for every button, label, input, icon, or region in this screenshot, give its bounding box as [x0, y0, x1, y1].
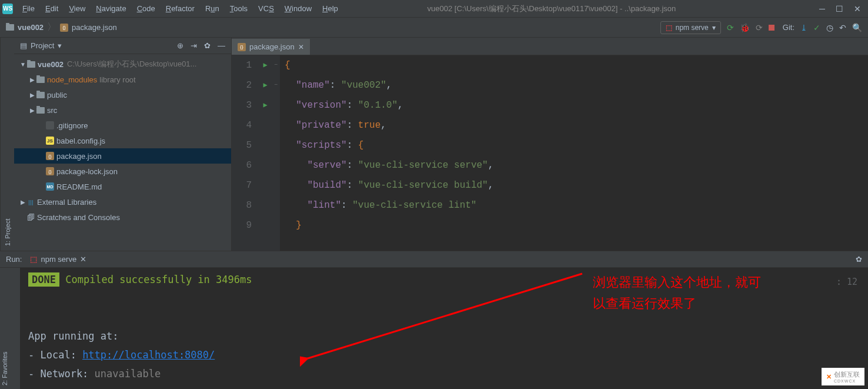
chevron-down-icon: ▾	[712, 24, 716, 32]
breadcrumb: vue002 〉 {} package.json	[6, 21, 117, 34]
run-config-label: npm serve	[676, 24, 709, 32]
tree-package-json[interactable]: {} package.json	[14, 148, 231, 164]
stop-button[interactable]	[769, 23, 774, 32]
tree-readme[interactable]: MD README.md	[14, 179, 231, 194]
minimize-button[interactable]: ─	[819, 4, 825, 14]
scratches-icon: 🗐	[27, 213, 35, 222]
editor-tabs: {} package.json ✕	[232, 38, 868, 55]
close-tab-icon[interactable]: ✕	[298, 43, 304, 51]
app-running-line: App running at:	[28, 327, 860, 345]
project-tree[interactable]: ▼ vue002 C:\Users\编程小石头\Desktop\vue01...…	[14, 54, 231, 251]
locate-icon[interactable]: ⊕	[177, 41, 183, 50]
run-gutter: ▶▶▶	[259, 55, 272, 251]
run-tab-npm-serve[interactable]: ⬚ npm serve ✕	[30, 255, 86, 264]
json-icon: {}	[238, 43, 246, 51]
chevron-down-icon[interactable]: ▾	[58, 41, 62, 50]
tree-public[interactable]: ▶ public	[14, 87, 231, 102]
menu-run[interactable]: Run	[201, 2, 224, 15]
run-header: Run: ⬚ npm serve ✕ ✿	[0, 251, 868, 268]
npm-icon: ⬚	[30, 255, 37, 264]
tree-src[interactable]: ▶ src	[14, 102, 231, 118]
file-icon	[46, 121, 54, 129]
watermark-sub: CDXWCX	[834, 379, 860, 383]
library-icon: ⫼	[27, 198, 35, 207]
git-history-button[interactable]: ◷	[826, 23, 833, 32]
git-update-button[interactable]: ⤓	[800, 23, 807, 32]
tree-external-libs[interactable]: ▶ ⫼ External Libraries	[14, 194, 231, 210]
tree-babel-config[interactable]: JS babel.config.js	[14, 133, 231, 148]
project-panel: ▤ Project ▾ ⊕ ⇥ ✿ — ▼ vue002 C:\Users\编程…	[14, 38, 232, 251]
tree-gitignore[interactable]: .gitignore	[14, 118, 231, 133]
tree-item-label: README.md	[56, 182, 102, 191]
menu-navigate[interactable]: Navigate	[91, 2, 131, 15]
watermark: ✕ 创新互联 CDXWCX	[822, 368, 864, 385]
app-icon: WS	[2, 4, 13, 14]
breadcrumb-project[interactable]: vue002	[18, 23, 44, 32]
debug-button[interactable]: 🐞	[740, 23, 750, 32]
md-icon: MD	[46, 182, 54, 191]
close-button[interactable]: ✕	[854, 4, 861, 14]
tree-package-lock[interactable]: {} package-lock.json	[14, 164, 231, 179]
tree-node-modules[interactable]: ▶ node_modules library root	[14, 72, 231, 87]
collapse-icon[interactable]: ⇥	[191, 41, 197, 50]
project-panel-title[interactable]: Project	[31, 41, 54, 50]
menu-file[interactable]: File	[18, 2, 39, 15]
search-everywhere-button[interactable]: 🔍	[852, 23, 862, 32]
left-tool-gutter: 1: Project	[0, 38, 14, 251]
editor-body[interactable]: 123456789 ▶▶▶ −− { "name": "vue002", "ve…	[232, 55, 868, 251]
folder-icon	[36, 107, 45, 114]
run-title: Run:	[6, 255, 22, 264]
tree-item-suffix: library root	[99, 75, 135, 84]
menu-code[interactable]: Code	[132, 2, 160, 15]
network-value: unavailable	[95, 368, 161, 380]
menu-help[interactable]: Help	[318, 2, 343, 15]
menu-view[interactable]: View	[64, 2, 90, 15]
coverage-button[interactable]: ⟳	[756, 23, 763, 32]
folder-icon	[6, 24, 14, 31]
annotation-text: 浏览器里输入这个地址，就可 以查看运行效果了	[593, 272, 852, 314]
hide-icon[interactable]: —	[218, 41, 225, 50]
toolbar-right: ⬚ npm serve ▾ ⟳ 🐞 ⟳ Git: ⤓ ✓ ◷ ↶ 🔍	[660, 21, 862, 34]
project-tool-button[interactable]: 1: Project	[4, 219, 11, 246]
run-config-selector[interactable]: ⬚ npm serve ▾	[660, 21, 721, 34]
window-controls: ─ ☐ ✕	[819, 4, 861, 14]
tree-scratches[interactable]: 🗐 Scratches and Consoles	[14, 210, 231, 225]
menu-vcs[interactable]: VCS	[253, 2, 279, 15]
favorites-tool-button[interactable]: 2: Favorites	[1, 352, 13, 385]
json-icon: {}	[46, 152, 54, 160]
settings-icon[interactable]: ✿	[204, 41, 211, 50]
run-tab-label: npm serve	[41, 255, 76, 264]
tree-item-label: .gitignore	[56, 121, 88, 130]
breadcrumb-file[interactable]: package.json	[72, 23, 117, 32]
local-url-link[interactable]: http://localhost:8080/	[82, 349, 215, 361]
menu-edit[interactable]: Edit	[41, 2, 63, 15]
tree-item-label: src	[47, 106, 57, 115]
tree-item-label: public	[47, 91, 67, 99]
editor-tab-package-json[interactable]: {} package.json ✕	[232, 39, 310, 55]
tree-item-label: package-lock.json	[56, 167, 118, 176]
menu-window[interactable]: Window	[280, 2, 316, 15]
main-area: 1: Project ▤ Project ▾ ⊕ ⇥ ✿ — ▼ vue002 …	[0, 38, 868, 251]
menu-refactor[interactable]: Refactor	[161, 2, 199, 15]
menu-tools[interactable]: Tools	[225, 2, 252, 15]
folder-icon	[27, 61, 35, 68]
watermark-icon: ✕	[826, 373, 832, 381]
git-label: Git:	[783, 23, 794, 32]
tree-item-label: babel.config.js	[56, 137, 105, 145]
json-icon: {}	[60, 24, 68, 32]
done-badge: DONE	[28, 272, 59, 287]
fold-gutter: −−	[272, 55, 280, 251]
js-icon: JS	[46, 137, 54, 145]
close-tab-icon[interactable]: ✕	[80, 255, 86, 264]
tree-item-label: package.json	[56, 152, 102, 161]
code-content[interactable]: { "name": "vue002", "version": "0.1.0", …	[280, 55, 868, 251]
tree-root-label: vue002	[38, 60, 64, 69]
run-settings-icon[interactable]: ✿	[856, 255, 862, 264]
tree-root[interactable]: ▼ vue002 C:\Users\编程小石头\Desktop\vue01...	[14, 56, 231, 72]
npm-icon: ⬚	[666, 24, 672, 32]
git-revert-button[interactable]: ↶	[839, 23, 846, 32]
maximize-button[interactable]: ☐	[836, 4, 843, 14]
title-bar: WS File Edit View Navigate Code Refactor…	[0, 0, 868, 18]
run-button[interactable]: ⟳	[727, 23, 734, 32]
git-commit-button[interactable]: ✓	[813, 23, 820, 32]
